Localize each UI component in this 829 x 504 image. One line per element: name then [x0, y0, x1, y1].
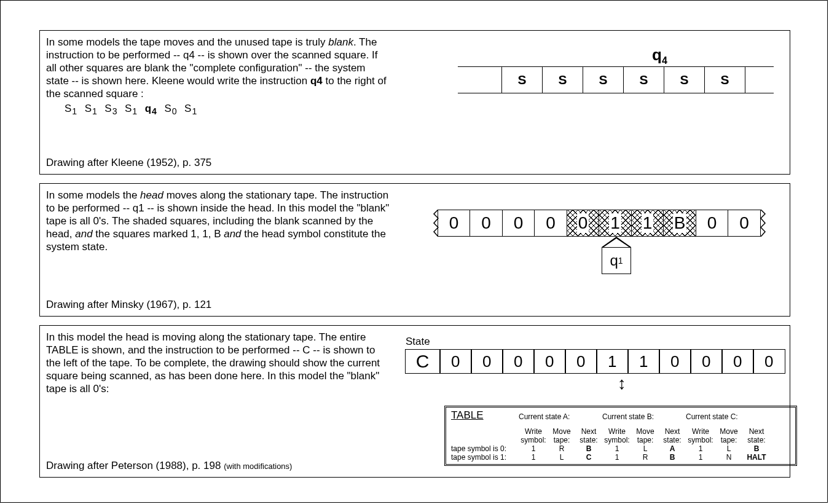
tape-cell: 1: [599, 210, 632, 237]
row-label: tape symbol is 1:: [451, 453, 519, 462]
col-subheader: Write symbol:: [602, 427, 632, 444]
group-header-b: Current state B:: [602, 412, 686, 421]
tape-cell: 0: [439, 349, 472, 374]
table-cell: 1: [602, 444, 632, 453]
tape-cell: 0: [470, 210, 503, 237]
tape-cell: 0: [690, 349, 723, 374]
panel1-description: In some models the tape moves and the un…: [46, 36, 390, 100]
table-cell: N: [715, 453, 742, 462]
text-italic: blank: [328, 36, 353, 48]
table-cell: R: [632, 453, 659, 462]
table-cell: L: [548, 453, 575, 462]
table-cell: R: [548, 444, 575, 453]
text: In some models the tape moves and the un…: [46, 36, 328, 48]
panel3-citation: Drawing after Peterson (1988), p. 198 (w…: [46, 460, 292, 472]
group-header-c: Current state C:: [686, 412, 771, 421]
panel2-citation: Drawing after Minsky (1967), p. 121: [46, 299, 211, 311]
tape-cell: 0: [696, 210, 729, 237]
col-subheader: Write symbol:: [686, 427, 715, 444]
table-cell: 1: [686, 444, 715, 453]
panel-minsky: In some models the head moves along the …: [39, 183, 790, 317]
col-subheader: Next state:: [659, 427, 686, 444]
tape-cell: 0: [471, 349, 503, 374]
state-caption: State: [406, 336, 430, 348]
tape-cell: 0: [565, 349, 597, 374]
state-cell: C: [405, 349, 441, 374]
table-cell: B: [575, 444, 602, 453]
col-subheader: Write symbol:: [519, 427, 548, 444]
col-subheader: Next state:: [742, 427, 771, 444]
panel3-description: In this model the head is moving along t…: [46, 331, 390, 395]
double-arrow-icon: ↕: [618, 375, 626, 392]
table-cell: A: [659, 444, 686, 453]
head-box: q1: [602, 247, 631, 274]
tape-cell: 0: [533, 349, 566, 374]
panel1-tape: q4 SSSSSS: [458, 66, 774, 93]
table-cell: L: [632, 444, 659, 453]
tape-cell: B: [663, 210, 696, 237]
col-subheader: Move tape:: [715, 427, 742, 444]
panel2-tape: 0000011B00 q1: [438, 210, 761, 237]
tape-cell: 0: [753, 349, 785, 374]
tape-cell: 0: [659, 349, 691, 374]
tape-cell: 1: [627, 349, 660, 374]
table-cell: B: [742, 444, 771, 453]
tape-cell: [458, 66, 502, 93]
transition-table: TABLE Current state A: Current state B: …: [444, 406, 797, 466]
tape-cell: 0: [721, 349, 754, 374]
panel2-description: In some models the head moves along the …: [46, 189, 390, 253]
tape-cell: S: [624, 66, 664, 93]
tape-cell: 0: [728, 210, 761, 237]
table-cell: B: [659, 453, 686, 462]
col-subheader: Move tape:: [548, 427, 575, 444]
group-header-a: Current state A:: [519, 412, 602, 421]
torn-edge-right-icon: [760, 210, 766, 237]
row-label: tape symbol is 0:: [451, 444, 519, 453]
panel3-tape: State C00000110000 ↕: [406, 338, 785, 374]
tape-cell: 1: [596, 349, 629, 374]
tape-row: C00000110000: [406, 349, 785, 374]
state-label-q4: q4: [652, 45, 667, 66]
panel1-sequence: S1 S1 S3 S1 q4 S0 S1: [46, 103, 785, 116]
head-roof-inner: [603, 238, 630, 248]
text: the squares marked 1, 1, B: [93, 228, 224, 240]
tape-cell: 1: [631, 210, 664, 237]
text-italic: head: [140, 189, 163, 201]
tape-cell: 0: [502, 210, 535, 237]
panel1-citation: Drawing after Kleene (1952), p. 375: [46, 157, 211, 169]
tape-cell: S: [502, 66, 543, 93]
col-subheader: Move tape:: [632, 427, 659, 444]
panel-kleene: In some models the tape moves and the un…: [39, 30, 790, 175]
tape-cell: S: [543, 66, 583, 93]
tape-row: 0000011B00: [438, 210, 761, 237]
table-cell: 1: [519, 444, 548, 453]
table-cell: C: [575, 453, 602, 462]
tape-cell: S: [583, 66, 624, 93]
table-title: TABLE: [451, 411, 484, 420]
tape-cell: 0: [438, 210, 471, 237]
col-subheader: Next state:: [575, 427, 602, 444]
text-italic: and: [75, 228, 92, 240]
tape-cell: S: [664, 66, 705, 93]
diagram-root: In some models the tape moves and the un…: [0, 0, 828, 503]
panel-peterson: In this model the head is moving along t…: [39, 325, 790, 478]
torn-edge-left-icon: [433, 210, 439, 237]
text: In some models the: [46, 189, 140, 201]
tape-cell: 0: [502, 349, 535, 374]
text-bold: q4: [310, 75, 323, 87]
tape-row: SSSSSS: [458, 66, 774, 93]
table-cell: L: [715, 444, 742, 453]
table-cell: 1: [519, 453, 548, 462]
text-italic: and: [224, 228, 241, 240]
table-cell: 1: [686, 453, 715, 462]
tape-cell: 0: [534, 210, 567, 237]
table-cell: 1: [602, 453, 632, 462]
table-cell: HALT: [742, 453, 771, 462]
tape-cell: 0: [567, 210, 600, 237]
tape-cell: S: [705, 66, 745, 93]
tape-cell: [745, 66, 774, 93]
